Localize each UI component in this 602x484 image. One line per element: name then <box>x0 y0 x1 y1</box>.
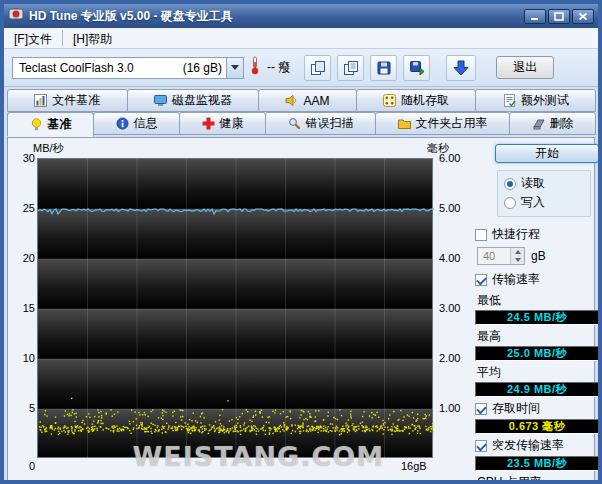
left-tick: 10 <box>11 352 35 364</box>
tab-random-access[interactable]: 随机存取 <box>356 89 477 112</box>
avg-label: 平均 <box>477 364 599 381</box>
write-radio[interactable]: 写入 <box>504 194 584 211</box>
toolbar: Teclast CoolFlash 3.0 (16 gB) -- 癈 退出 <box>4 49 598 87</box>
short-stroke-size-input[interactable]: 40 <box>477 247 525 265</box>
menu-help[interactable]: [H]帮助 <box>63 28 122 48</box>
tab-benchmark[interactable]: 基准 <box>7 112 94 137</box>
drive-name: Teclast CoolFlash 3.0 <box>13 61 183 75</box>
drive-selector[interactable]: Teclast CoolFlash 3.0 (16 gB) <box>12 57 244 79</box>
drive-capacity: (16 gB) <box>183 61 226 75</box>
radio-dot <box>504 197 516 209</box>
temperature-value: -- 癈 <box>267 59 290 76</box>
right-tick: 5.00 <box>439 202 460 214</box>
menu-file[interactable]: [F]文件 <box>4 28 62 48</box>
avg-speed-value: 24.9 MB/秒 <box>475 382 599 397</box>
min-speed-value: 24.5 MB/秒 <box>475 310 599 325</box>
tab-file-benchmark[interactable]: 文件基准 <box>7 89 128 112</box>
window-title: HD Tune 专业版 v5.00 - 硬盘专业工具 <box>29 8 524 25</box>
exit-button[interactable]: 退出 <box>496 56 554 79</box>
checklist-icon <box>503 94 516 107</box>
radio-dot <box>504 178 516 190</box>
transfer-rate-checkbox[interactable]: 传输速率 <box>475 271 599 288</box>
short-stroke-size-value: 40 <box>478 248 510 264</box>
mode-group: 读取 写入 <box>497 170 591 217</box>
eraser-icon <box>532 117 545 130</box>
read-radio[interactable]: 读取 <box>504 175 584 192</box>
close-button[interactable] <box>572 9 594 24</box>
tab-info[interactable]: 信息 <box>93 112 180 135</box>
tab-aam[interactable]: AAM <box>258 89 357 112</box>
left-tick: 15 <box>11 302 35 314</box>
hdtune-window: HD Tune 专业版 v5.00 - 硬盘专业工具 [F]文件 [H]帮助 T… <box>0 0 602 484</box>
dice-icon <box>383 94 396 107</box>
benchmark-chart: MB/秒 毫秒 30 25 20 15 10 5 0 6.00 5.00 4.0… <box>11 142 469 476</box>
left-axis-title: MB/秒 <box>33 142 64 154</box>
left-tick: 5 <box>11 402 35 414</box>
right-tick: 3.00 <box>439 302 460 314</box>
burst-rate-value: 23.5 MB/秒 <box>475 456 599 471</box>
copy-text-icon <box>343 60 359 76</box>
spinner-buttons[interactable] <box>510 248 524 264</box>
minimize-button[interactable] <box>524 9 546 24</box>
left-tick: 25 <box>11 202 35 214</box>
x-origin-label: 0 <box>11 460 35 472</box>
copy-screenshot-icon <box>310 60 326 76</box>
x-end-label: 16gB <box>401 460 427 472</box>
left-tick: 20 <box>11 252 35 264</box>
tab-error-scan[interactable]: 错误扫描 <box>265 112 376 135</box>
checkbox-box <box>475 403 487 415</box>
update-button[interactable] <box>446 55 476 81</box>
export-icon <box>409 60 425 76</box>
max-label: 最高 <box>477 328 599 345</box>
short-stroke-size-row: 40 gB <box>477 247 599 265</box>
control-panel: 开始 读取 写入 快捷行程 40 gB 传输速率 最低 24.5 MB/秒 最高… <box>469 142 601 477</box>
tabs-bottom-row: 基准 信息 健康 错误扫描 文件夹占用率 删除 <box>4 112 598 137</box>
short-stroke-checkbox[interactable]: 快捷行程 <box>475 226 599 243</box>
access-time-checkbox[interactable]: 存取时间 <box>475 400 599 417</box>
tab-erase[interactable]: 删除 <box>509 112 596 135</box>
right-tick: 2.00 <box>439 352 460 364</box>
checkbox-box <box>475 274 487 286</box>
speaker-icon <box>285 94 298 107</box>
temperature-icon <box>250 56 261 79</box>
cpu-usage-label: CPU 占用率 <box>477 474 599 484</box>
benchmark-page: MB/秒 毫秒 30 25 20 15 10 5 0 6.00 5.00 4.0… <box>7 137 595 482</box>
start-button[interactable]: 开始 <box>495 144 599 163</box>
right-tick: 4.00 <box>439 252 460 264</box>
download-arrow-icon <box>451 58 471 78</box>
access-time-value: 0.673 毫秒 <box>475 419 599 434</box>
left-tick: 30 <box>11 152 35 164</box>
copy-screenshot-button[interactable] <box>304 55 331 81</box>
tab-folder-usage[interactable]: 文件夹占用率 <box>375 112 510 135</box>
spin-down-icon <box>511 256 524 264</box>
menubar: [F]文件 [H]帮助 <box>4 28 598 49</box>
drive-selector-arrow[interactable] <box>226 58 243 78</box>
burst-rate-checkbox[interactable]: 突发传输速率 <box>475 437 599 454</box>
file-benchmark-icon <box>34 94 47 107</box>
titlebar: HD Tune 专业版 v5.00 - 硬盘专业工具 <box>4 4 598 28</box>
min-label: 最低 <box>477 292 599 309</box>
save-button[interactable] <box>370 55 397 81</box>
bulb-icon <box>30 118 43 131</box>
folder-icon <box>398 117 411 130</box>
copy-text-button[interactable] <box>337 55 364 81</box>
tab-disk-monitor[interactable]: 磁盘监视器 <box>127 89 260 112</box>
maximize-button[interactable] <box>548 9 570 24</box>
checkbox-box <box>475 229 487 241</box>
chart-plot-area <box>37 158 433 458</box>
export-button[interactable] <box>403 55 430 81</box>
info-icon <box>116 117 129 130</box>
right-tick: 6.00 <box>439 152 460 164</box>
app-icon <box>8 6 24 26</box>
tab-health[interactable]: 健康 <box>179 112 266 135</box>
tabs-top-row: 文件基准 磁盘监视器 AAM 随机存取 额外测试 <box>4 87 598 112</box>
disk-monitor-icon <box>154 94 167 107</box>
health-cross-icon <box>202 117 215 130</box>
spin-up-icon <box>511 248 524 256</box>
checkbox-box <box>475 440 487 452</box>
tab-extra-tests[interactable]: 额外测试 <box>475 89 596 112</box>
chart-canvas <box>38 159 434 459</box>
right-tick: 1.00 <box>439 402 460 414</box>
short-stroke-unit: gB <box>531 249 546 263</box>
max-speed-value: 25.0 MB/秒 <box>475 346 599 361</box>
